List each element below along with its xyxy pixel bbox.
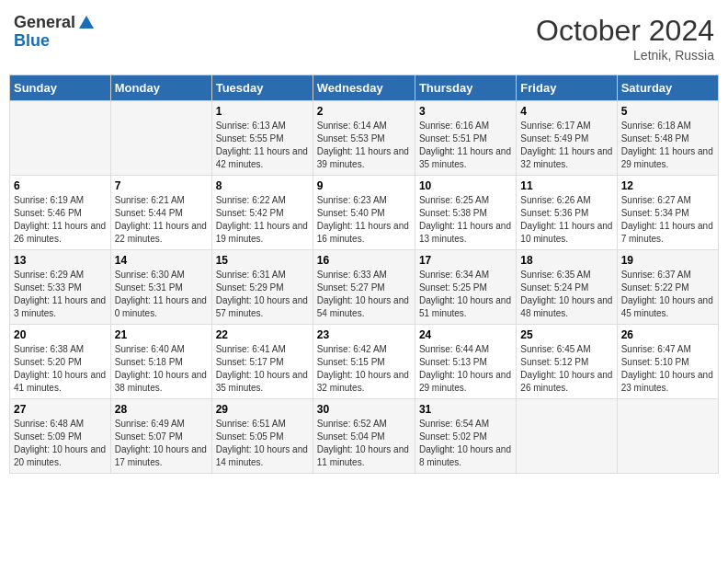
- day-number: 29: [216, 403, 309, 416]
- day-number: 4: [520, 105, 612, 118]
- calendar-week-row: 27Sunrise: 6:48 AM Sunset: 5:09 PM Dayli…: [10, 399, 719, 474]
- day-info: Sunrise: 6:19 AM Sunset: 5:46 PM Dayligh…: [14, 194, 107, 246]
- day-info: Sunrise: 6:42 AM Sunset: 5:15 PM Dayligh…: [317, 343, 411, 395]
- calendar-cell: 13Sunrise: 6:29 AM Sunset: 5:33 PM Dayli…: [10, 250, 111, 325]
- day-info: Sunrise: 6:25 AM Sunset: 5:38 PM Dayligh…: [419, 194, 512, 246]
- calendar-cell: 26Sunrise: 6:47 AM Sunset: 5:10 PM Dayli…: [617, 325, 718, 399]
- calendar-week-row: 13Sunrise: 6:29 AM Sunset: 5:33 PM Dayli…: [10, 250, 719, 325]
- calendar-cell: 2Sunrise: 6:14 AM Sunset: 5:53 PM Daylig…: [313, 101, 415, 176]
- day-number: 9: [317, 179, 411, 192]
- day-number: 8: [216, 179, 309, 192]
- day-info: Sunrise: 6:18 AM Sunset: 5:48 PM Dayligh…: [621, 120, 714, 171]
- calendar-cell: 7Sunrise: 6:21 AM Sunset: 5:44 PM Daylig…: [110, 176, 211, 250]
- calendar-cell: 15Sunrise: 6:31 AM Sunset: 5:29 PM Dayli…: [211, 250, 313, 325]
- calendar-cell: 27Sunrise: 6:48 AM Sunset: 5:09 PM Dayli…: [10, 399, 111, 474]
- calendar-cell: [517, 399, 617, 474]
- day-info: Sunrise: 6:51 AM Sunset: 5:05 PM Dayligh…: [216, 418, 309, 469]
- day-number: 1: [216, 105, 309, 118]
- calendar-cell: [110, 101, 211, 176]
- calendar-week-row: 1Sunrise: 6:13 AM Sunset: 5:55 PM Daylig…: [10, 101, 719, 176]
- day-info: Sunrise: 6:29 AM Sunset: 5:33 PM Dayligh…: [14, 269, 107, 320]
- column-header-friday: Friday: [517, 75, 617, 101]
- day-number: 14: [115, 254, 208, 267]
- month-title: October 2024: [536, 14, 714, 48]
- calendar-cell: 19Sunrise: 6:37 AM Sunset: 5:22 PM Dayli…: [617, 250, 718, 325]
- calendar-cell: 21Sunrise: 6:40 AM Sunset: 5:18 PM Dayli…: [110, 325, 211, 399]
- day-info: Sunrise: 6:40 AM Sunset: 5:18 PM Dayligh…: [115, 343, 208, 395]
- day-number: 28: [115, 403, 208, 416]
- day-number: 27: [14, 403, 107, 416]
- calendar-cell: 9Sunrise: 6:23 AM Sunset: 5:40 PM Daylig…: [313, 176, 415, 250]
- logo-blue-text: Blue: [14, 32, 96, 51]
- day-info: Sunrise: 6:30 AM Sunset: 5:31 PM Dayligh…: [115, 269, 208, 320]
- day-info: Sunrise: 6:38 AM Sunset: 5:20 PM Dayligh…: [14, 343, 107, 395]
- calendar-cell: 5Sunrise: 6:18 AM Sunset: 5:48 PM Daylig…: [617, 101, 718, 176]
- column-header-saturday: Saturday: [617, 75, 718, 101]
- day-number: 11: [520, 179, 612, 192]
- day-info: Sunrise: 6:23 AM Sunset: 5:40 PM Dayligh…: [317, 194, 411, 246]
- calendar-cell: 28Sunrise: 6:49 AM Sunset: 5:07 PM Dayli…: [110, 399, 211, 474]
- column-header-thursday: Thursday: [415, 75, 516, 101]
- day-info: Sunrise: 6:44 AM Sunset: 5:13 PM Dayligh…: [419, 343, 512, 395]
- logo-icon: [77, 14, 96, 32]
- day-info: Sunrise: 6:27 AM Sunset: 5:34 PM Dayligh…: [621, 194, 714, 246]
- day-info: Sunrise: 6:17 AM Sunset: 5:49 PM Dayligh…: [520, 120, 612, 171]
- day-number: 5: [621, 105, 714, 118]
- column-header-wednesday: Wednesday: [313, 75, 415, 101]
- day-number: 18: [520, 254, 612, 267]
- page-header: General Blue October 2024 Letnik, Russia: [9, 9, 719, 67]
- day-number: 30: [317, 403, 411, 416]
- day-number: 13: [14, 254, 107, 267]
- day-info: Sunrise: 6:33 AM Sunset: 5:27 PM Dayligh…: [317, 269, 411, 320]
- logo-general-text: General: [14, 14, 75, 32]
- day-info: Sunrise: 6:22 AM Sunset: 5:42 PM Dayligh…: [216, 194, 309, 246]
- calendar-cell: 22Sunrise: 6:41 AM Sunset: 5:17 PM Dayli…: [211, 325, 313, 399]
- day-number: 26: [621, 328, 714, 341]
- day-number: 6: [14, 179, 107, 192]
- calendar-cell: 17Sunrise: 6:34 AM Sunset: 5:25 PM Dayli…: [415, 250, 516, 325]
- day-number: 3: [419, 105, 512, 118]
- column-header-sunday: Sunday: [10, 75, 111, 101]
- day-info: Sunrise: 6:45 AM Sunset: 5:12 PM Dayligh…: [520, 343, 612, 395]
- day-info: Sunrise: 6:49 AM Sunset: 5:07 PM Dayligh…: [115, 418, 208, 469]
- calendar-cell: 16Sunrise: 6:33 AM Sunset: 5:27 PM Dayli…: [313, 250, 415, 325]
- calendar-cell: 8Sunrise: 6:22 AM Sunset: 5:42 PM Daylig…: [211, 176, 313, 250]
- day-number: 24: [419, 328, 512, 341]
- day-number: 16: [317, 254, 411, 267]
- calendar-cell: [617, 399, 718, 474]
- calendar-cell: 3Sunrise: 6:16 AM Sunset: 5:51 PM Daylig…: [415, 101, 516, 176]
- calendar-cell: 11Sunrise: 6:26 AM Sunset: 5:36 PM Dayli…: [517, 176, 617, 250]
- title-section: October 2024 Letnik, Russia: [536, 14, 714, 63]
- day-number: 21: [115, 328, 208, 341]
- calendar-cell: 31Sunrise: 6:54 AM Sunset: 5:02 PM Dayli…: [415, 399, 516, 474]
- calendar-cell: 29Sunrise: 6:51 AM Sunset: 5:05 PM Dayli…: [211, 399, 313, 474]
- calendar-cell: 25Sunrise: 6:45 AM Sunset: 5:12 PM Dayli…: [517, 325, 617, 399]
- day-info: Sunrise: 6:31 AM Sunset: 5:29 PM Dayligh…: [216, 269, 309, 320]
- calendar-cell: 4Sunrise: 6:17 AM Sunset: 5:49 PM Daylig…: [517, 101, 617, 176]
- day-number: 12: [621, 179, 714, 192]
- day-info: Sunrise: 6:14 AM Sunset: 5:53 PM Dayligh…: [317, 120, 411, 171]
- day-number: 25: [520, 328, 612, 341]
- column-header-monday: Monday: [110, 75, 211, 101]
- day-info: Sunrise: 6:35 AM Sunset: 5:24 PM Dayligh…: [520, 269, 612, 320]
- calendar-week-row: 20Sunrise: 6:38 AM Sunset: 5:20 PM Dayli…: [10, 325, 719, 399]
- day-number: 10: [419, 179, 512, 192]
- column-header-tuesday: Tuesday: [211, 75, 313, 101]
- day-number: 31: [419, 403, 512, 416]
- logo: General Blue: [14, 14, 96, 51]
- day-number: 19: [621, 254, 714, 267]
- day-info: Sunrise: 6:26 AM Sunset: 5:36 PM Dayligh…: [520, 194, 612, 246]
- calendar-cell: 24Sunrise: 6:44 AM Sunset: 5:13 PM Dayli…: [415, 325, 516, 399]
- day-info: Sunrise: 6:48 AM Sunset: 5:09 PM Dayligh…: [14, 418, 107, 469]
- calendar-cell: 30Sunrise: 6:52 AM Sunset: 5:04 PM Dayli…: [313, 399, 415, 474]
- day-info: Sunrise: 6:54 AM Sunset: 5:02 PM Dayligh…: [419, 418, 512, 469]
- day-info: Sunrise: 6:37 AM Sunset: 5:22 PM Dayligh…: [621, 269, 714, 320]
- day-info: Sunrise: 6:41 AM Sunset: 5:17 PM Dayligh…: [216, 343, 309, 395]
- day-number: 23: [317, 328, 411, 341]
- day-number: 7: [115, 179, 208, 192]
- calendar-cell: 18Sunrise: 6:35 AM Sunset: 5:24 PM Dayli…: [517, 250, 617, 325]
- day-info: Sunrise: 6:16 AM Sunset: 5:51 PM Dayligh…: [419, 120, 512, 171]
- calendar-cell: 1Sunrise: 6:13 AM Sunset: 5:55 PM Daylig…: [211, 101, 313, 176]
- location: Letnik, Russia: [536, 48, 714, 63]
- day-info: Sunrise: 6:52 AM Sunset: 5:04 PM Dayligh…: [317, 418, 411, 469]
